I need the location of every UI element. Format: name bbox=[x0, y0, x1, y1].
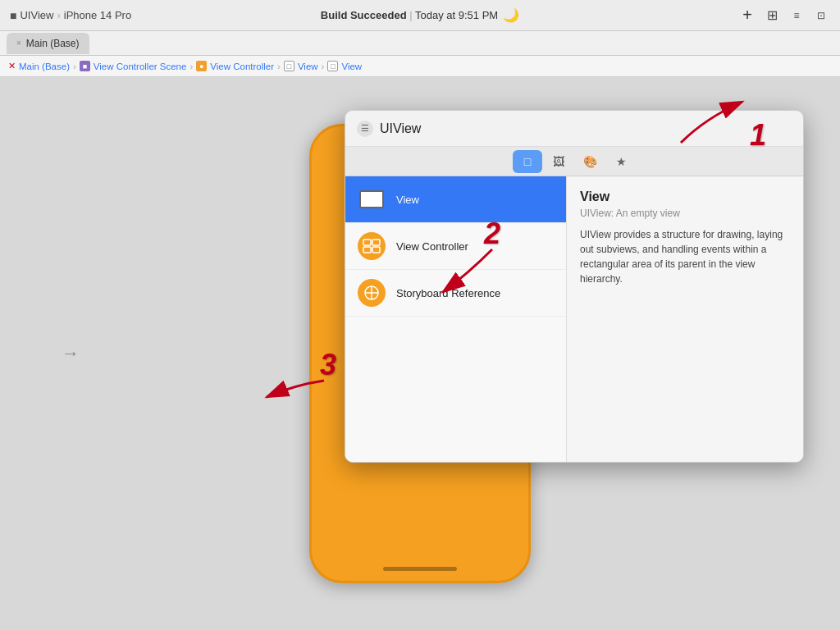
lib-tab-colors[interactable]: 🎨 bbox=[575, 150, 605, 173]
bc-item-1[interactable]: Main (Base) bbox=[19, 62, 70, 71]
breadcrumb: ✕ Main (Base) › ■ View Controller Scene … bbox=[0, 56, 840, 77]
bc-sep-2: › bbox=[189, 62, 193, 71]
svg-rect-1 bbox=[372, 240, 380, 245]
svg-rect-2 bbox=[363, 247, 371, 253]
device-name: iPhone 14 Pro bbox=[64, 9, 131, 21]
app-icon: ■ bbox=[10, 9, 16, 22]
main-tab[interactable]: × Main (Base) bbox=[7, 33, 89, 54]
library-detail: View UIView: An empty view UIView provid… bbox=[567, 176, 803, 462]
list-item-sb-ref[interactable]: Storyboard Reference bbox=[345, 270, 566, 317]
bc-item-2[interactable]: View Controller Scene bbox=[94, 62, 187, 71]
vc-item-label: View Controller bbox=[396, 240, 468, 253]
build-time: Today at 9:51 PM bbox=[415, 9, 498, 21]
bc-close: ✕ bbox=[8, 61, 16, 71]
svg-rect-0 bbox=[363, 240, 371, 245]
annotation-2: 2 bbox=[484, 217, 500, 251]
tab-label: Main (Base) bbox=[26, 38, 80, 49]
detail-description: UIView provides a structure for drawing,… bbox=[580, 227, 790, 286]
svg-rect-3 bbox=[372, 247, 380, 253]
iphone-home-bar bbox=[383, 567, 457, 571]
title-bar: ■ UIView › iPhone 14 Pro Build Succeeded… bbox=[0, 0, 840, 31]
lib-tab-images[interactable]: 🖼 bbox=[544, 150, 573, 173]
library-body: View bbox=[345, 176, 803, 462]
library-header: ☰ UIView bbox=[345, 111, 803, 147]
layout-button[interactable]: ⊞ bbox=[763, 7, 781, 25]
annotation-1: 1 bbox=[750, 118, 766, 153]
bc-view-icon-1: □ bbox=[284, 61, 294, 71]
title-bar-center: Build Succeeded | Today at 9:51 PM 🌙 bbox=[321, 7, 519, 23]
sb-ref-item-icon bbox=[357, 278, 386, 308]
inspector-button[interactable]: ⊡ bbox=[812, 7, 830, 25]
detail-subtitle: UIView: An empty view bbox=[580, 208, 790, 219]
library-title: UIView bbox=[380, 121, 421, 136]
view-item-icon bbox=[357, 185, 386, 214]
nav-separator: › bbox=[57, 9, 60, 21]
annotation-3: 3 bbox=[320, 348, 336, 382]
bc-sep-1: › bbox=[73, 62, 76, 71]
project-name: UIView bbox=[20, 9, 53, 21]
sb-ref-item-label: Storyboard Reference bbox=[396, 287, 500, 299]
tab-bar: × Main (Base) bbox=[0, 31, 840, 56]
bc-item-3[interactable]: View Controller bbox=[210, 62, 274, 71]
title-bar-right[interactable]: + ⊞ ≡ ⊡ bbox=[738, 7, 830, 25]
bc-vc-icon: ● bbox=[196, 61, 207, 71]
library-tabs[interactable]: □ 🖼 🎨 ★ bbox=[345, 147, 803, 176]
moon-icon: 🌙 bbox=[503, 7, 519, 23]
title-bar-left: ■ UIView › iPhone 14 Pro bbox=[10, 9, 131, 22]
bc-view-icon-2: □ bbox=[327, 61, 338, 71]
bc-sep-4: › bbox=[322, 62, 325, 71]
library-filter-icon[interactable]: ☰ bbox=[357, 121, 373, 137]
view-item-label: View bbox=[396, 194, 419, 206]
lib-tab-objects[interactable]: □ bbox=[513, 150, 542, 173]
add-button[interactable]: + bbox=[738, 7, 756, 25]
nav-arrow: → bbox=[62, 343, 80, 364]
lib-tab-symbols[interactable]: ★ bbox=[606, 150, 636, 173]
build-status: Build Succeeded | Today at 9:51 PM bbox=[321, 9, 498, 21]
bc-item-5[interactable]: View bbox=[341, 62, 362, 71]
editor-options-button[interactable]: ≡ bbox=[788, 7, 806, 25]
detail-title: View bbox=[580, 189, 790, 204]
bc-item-4[interactable]: View bbox=[298, 62, 318, 71]
list-item-view[interactable]: View bbox=[345, 176, 566, 223]
tab-close-icon[interactable]: × bbox=[16, 39, 21, 48]
canvas-area: → ☰ UIView bbox=[0, 77, 840, 630]
list-item-vc[interactable]: View Controller bbox=[345, 223, 566, 270]
vc-item-icon bbox=[357, 231, 386, 261]
library-panel: ☰ UIView □ 🖼 🎨 ★ View bbox=[345, 110, 804, 463]
library-list: View bbox=[345, 176, 567, 462]
bc-scene-icon: ■ bbox=[80, 61, 90, 71]
build-status-label: Build Succeeded bbox=[321, 9, 407, 21]
bc-sep-3: › bbox=[277, 62, 281, 71]
main-content: → ☰ UIView bbox=[0, 77, 840, 630]
